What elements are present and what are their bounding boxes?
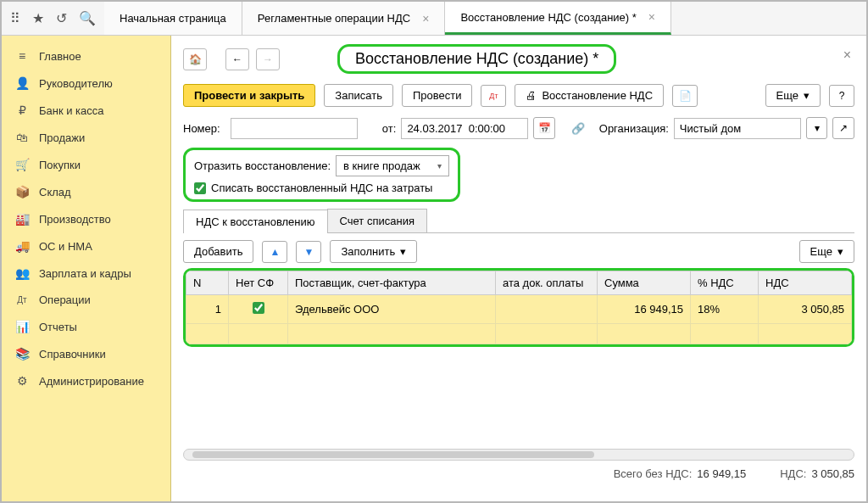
totals-footer: Всего без НДС:16 949,15 НДС:3 050,85 bbox=[183, 461, 854, 480]
sidebar-item-reports[interactable]: 📊Отчеты bbox=[2, 313, 170, 340]
history-icon[interactable]: ↺ bbox=[56, 10, 67, 26]
reflect-dropdown[interactable]: в книге продаж bbox=[336, 155, 449, 176]
cell-paydate[interactable] bbox=[496, 295, 598, 324]
menu-icon: ≡ bbox=[15, 49, 29, 63]
sidebar-item-assets[interactable]: 🚚ОС и НМА bbox=[2, 232, 170, 260]
col-rate[interactable]: % НДС bbox=[691, 271, 759, 295]
apps-icon[interactable]: ⠿ bbox=[10, 10, 20, 26]
horizontal-scrollbar[interactable] bbox=[183, 449, 854, 461]
sidebar-item-production[interactable]: 🏭Производство bbox=[2, 205, 170, 232]
col-paydate[interactable]: ата док. оплаты bbox=[496, 271, 598, 295]
printer-icon: 🖨 bbox=[526, 89, 537, 102]
reflect-label: Отразить восстановление: bbox=[194, 159, 331, 172]
ruble-icon: ₽ bbox=[15, 103, 29, 117]
from-label: от: bbox=[382, 122, 397, 135]
tab-home[interactable]: Начальная страница bbox=[104, 2, 242, 35]
sidebar-item-operations[interactable]: ДтОперации bbox=[2, 287, 170, 313]
factory-icon: 🏭 bbox=[15, 212, 29, 226]
vat-table: N Нет СФ Поставщик, счет-фактура ата док… bbox=[183, 268, 854, 347]
calendar-button[interactable]: 📅 bbox=[533, 117, 555, 139]
gear-icon: ⚙ bbox=[15, 374, 29, 388]
date-input[interactable] bbox=[401, 118, 528, 139]
col-nosf[interactable]: Нет СФ bbox=[229, 271, 288, 295]
close-icon[interactable]: × bbox=[648, 10, 655, 24]
help-button[interactable]: ? bbox=[829, 85, 854, 107]
forward-button[interactable]: → bbox=[256, 48, 280, 70]
col-n[interactable]: N bbox=[186, 271, 229, 295]
move-up-button[interactable]: ▲ bbox=[262, 241, 287, 263]
nosf-checkbox[interactable] bbox=[253, 302, 264, 314]
star-icon[interactable]: ★ bbox=[32, 10, 44, 26]
cart-icon: 🛒 bbox=[15, 158, 29, 171]
people-icon: 👥 bbox=[15, 266, 29, 280]
org-open[interactable]: ↗ bbox=[832, 117, 854, 139]
post-close-button[interactable]: Провести и закрыть bbox=[183, 84, 315, 107]
org-input[interactable] bbox=[674, 118, 801, 139]
more-button[interactable]: Еще ▾ bbox=[765, 84, 821, 107]
sidebar-item-manager[interactable]: 👤Руководителю bbox=[2, 70, 170, 97]
col-vat[interactable]: НДС bbox=[759, 271, 852, 295]
close-icon[interactable]: × bbox=[422, 12, 429, 25]
add-row-button[interactable]: Добавить bbox=[183, 240, 253, 263]
dtkt-icon: Дт bbox=[15, 295, 29, 305]
sidebar-item-bank[interactable]: ₽Банк и касса bbox=[2, 97, 170, 124]
sidebar-item-warehouse[interactable]: 📦Склад bbox=[2, 178, 170, 205]
sidebar-item-refs[interactable]: 📚Справочники bbox=[2, 340, 170, 367]
fill-button[interactable]: Заполнить ▾ bbox=[330, 240, 417, 263]
cell-rate[interactable]: 18% bbox=[691, 295, 759, 324]
dtkt-button[interactable]: Дт bbox=[481, 85, 506, 107]
sidebar-item-main[interactable]: ≡Главное bbox=[2, 42, 170, 70]
table-more-button[interactable]: Еще ▾ bbox=[799, 240, 854, 263]
org-label: Организация: bbox=[599, 122, 669, 135]
home-button[interactable]: 🏠 bbox=[183, 48, 207, 70]
cell-n: 1 bbox=[186, 295, 229, 324]
org-dropdown[interactable]: ▾ bbox=[806, 117, 828, 139]
col-supplier[interactable]: Поставщик, счет-фактура bbox=[288, 271, 496, 295]
sidebar-item-admin[interactable]: ⚙Администрирование bbox=[2, 367, 170, 394]
tab-reglament[interactable]: Регламентные операции НДС× bbox=[242, 2, 446, 35]
sidebar-item-purchases[interactable]: 🛒Покупки bbox=[2, 151, 170, 178]
cell-vat[interactable]: 3 050,85 bbox=[759, 295, 852, 324]
cell-supplier[interactable]: Эдельвейс ООО bbox=[288, 295, 496, 324]
top-toolbar: ⠿ ★ ↺ 🔍 Начальная страница Регламентные … bbox=[2, 2, 866, 36]
close-panel-icon[interactable]: × bbox=[843, 48, 851, 63]
tab-vat-restore[interactable]: НДС к восстановлению bbox=[183, 210, 328, 233]
col-sum[interactable]: Сумма bbox=[598, 271, 691, 295]
cell-nosf[interactable] bbox=[229, 295, 288, 324]
tab-writeoff-account[interactable]: Счет списания bbox=[327, 209, 427, 232]
write-button[interactable]: Записать bbox=[324, 84, 393, 107]
link-icon[interactable]: 🔗 bbox=[571, 122, 585, 135]
sidebar-item-hr[interactable]: 👥Зарплата и кадры bbox=[2, 260, 170, 287]
box-icon: 📦 bbox=[15, 185, 29, 198]
writeoff-checkbox[interactable] bbox=[194, 182, 206, 194]
books-icon: 📚 bbox=[15, 347, 29, 360]
person-icon: 👤 bbox=[15, 76, 29, 90]
print-button[interactable]: 🖨Восстановление НДС bbox=[515, 84, 664, 107]
table-row[interactable] bbox=[186, 324, 852, 344]
chart-icon: 📊 bbox=[15, 320, 29, 333]
search-icon[interactable]: 🔍 bbox=[79, 10, 96, 26]
attach-button[interactable]: 📄 bbox=[672, 85, 698, 107]
number-label: Номер: bbox=[183, 122, 225, 135]
post-button[interactable]: Провести bbox=[402, 84, 473, 107]
tab-restore-vat[interactable]: Восстановление НДС (создание) *× bbox=[445, 2, 671, 35]
page-title: Восстановление НДС (создание) * bbox=[337, 44, 616, 74]
sidebar-item-sales[interactable]: 🛍Продажи bbox=[2, 124, 170, 151]
truck-icon: 🚚 bbox=[15, 239, 29, 253]
writeoff-label: Списать восстановленный НДС на затраты bbox=[211, 182, 432, 194]
bag-icon: 🛍 bbox=[15, 131, 29, 144]
move-down-button[interactable]: ▼ bbox=[296, 241, 321, 263]
content-area: × 🏠 ← → Восстановление НДС (создание) * … bbox=[171, 36, 866, 503]
table-row[interactable]: 1 Эдельвейс ООО 16 949,15 18% 3 050,85 bbox=[186, 295, 852, 324]
cell-sum[interactable]: 16 949,15 bbox=[598, 295, 691, 324]
back-button[interactable]: ← bbox=[225, 48, 249, 70]
number-input[interactable] bbox=[231, 118, 358, 139]
highlight-restore-options: Отразить восстановление: в книге продаж … bbox=[183, 148, 460, 202]
sidebar: ≡Главное 👤Руководителю ₽Банк и касса 🛍Пр… bbox=[2, 36, 171, 503]
